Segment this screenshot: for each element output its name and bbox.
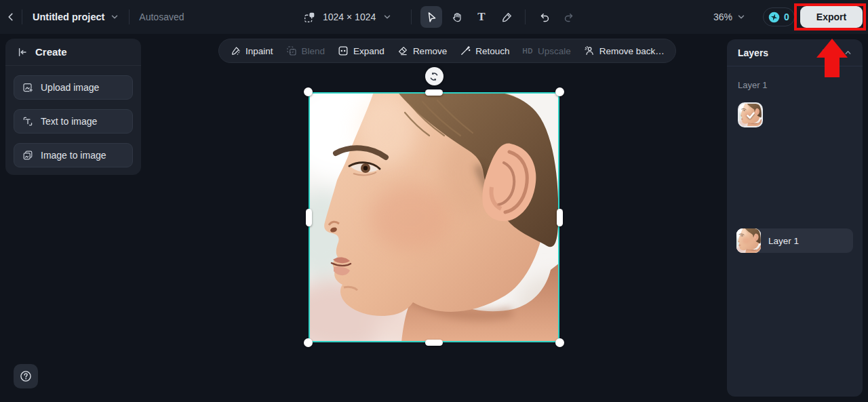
- resize-handle-bottom[interactable]: [425, 340, 443, 346]
- chevron-down-icon: [111, 13, 119, 21]
- upload-image-label: Upload image: [41, 82, 99, 93]
- zoom-level-selector[interactable]: 36%: [713, 12, 745, 22]
- divider: [129, 9, 130, 24]
- expand-icon: [338, 45, 349, 56]
- redo-icon: [564, 12, 575, 23]
- ai-action-bar: Inpaint Blend Expand: [218, 39, 676, 63]
- redo-button[interactable]: [558, 6, 580, 28]
- remove-background-icon: [584, 45, 595, 56]
- layer-thumbnail: [736, 228, 761, 253]
- text-tool-button[interactable]: T: [471, 6, 492, 28]
- hand-tool-button[interactable]: [446, 6, 467, 28]
- undo-button[interactable]: [533, 6, 555, 28]
- canvas-size-selector[interactable]: 1024 × 1024: [304, 0, 391, 34]
- resize-handle-bottom-left[interactable]: [304, 338, 313, 347]
- remove-button[interactable]: Remove: [397, 45, 447, 56]
- resize-handle-bottom-right[interactable]: [555, 338, 564, 347]
- collapse-panel-icon[interactable]: [17, 47, 28, 58]
- rotate-icon: [429, 71, 439, 82]
- spark-icon: [768, 12, 780, 23]
- text-to-image-label: Text to image: [41, 116, 97, 127]
- zoom-level-value: 36%: [713, 12, 732, 22]
- remove-label: Remove: [413, 46, 447, 56]
- export-highlight-box: [794, 3, 866, 31]
- image-editor-app: Untitled project Autosaved 1024 × 1024: [0, 0, 868, 402]
- cursor-icon: [426, 12, 437, 23]
- chevron-down-icon: [737, 13, 745, 21]
- credits-badge[interactable]: 0: [763, 7, 795, 26]
- text-to-image-button[interactable]: Text to image: [14, 109, 133, 134]
- resize-canvas-icon: [304, 12, 315, 23]
- export-pointer-arrow-stem: [825, 57, 840, 77]
- image-to-image-icon: [22, 150, 33, 161]
- help-button[interactable]: [14, 364, 38, 388]
- retouch-button[interactable]: Retouch: [460, 45, 509, 56]
- resize-handle-top[interactable]: [425, 89, 443, 96]
- layer-list-item[interactable]: Layer 1: [736, 228, 853, 253]
- remove-background-label: Remove back…: [599, 46, 665, 56]
- retouch-wand-icon: [460, 45, 471, 56]
- project-name-menu[interactable]: Untitled project: [22, 0, 129, 34]
- image-to-image-button[interactable]: Image to image: [14, 143, 133, 167]
- tool-group: T: [407, 0, 580, 34]
- upscale-button[interactable]: HD Upscale: [522, 46, 570, 56]
- create-panel: Create Upload image: [5, 39, 141, 175]
- rotate-handle[interactable]: [425, 67, 443, 85]
- project-title: Untitled project: [33, 12, 104, 22]
- remove-background-button[interactable]: Remove back…: [584, 45, 665, 56]
- hd-icon: HD: [522, 47, 532, 55]
- blend-icon: [286, 45, 297, 56]
- resize-handle-top-right[interactable]: [555, 87, 564, 96]
- create-panel-title: Create: [35, 46, 67, 58]
- retouch-label: Retouch: [475, 46, 509, 56]
- credits-count: 0: [784, 12, 789, 22]
- chevron-left-icon: [5, 12, 16, 22]
- resize-handle-top-left[interactable]: [304, 87, 313, 96]
- select-tool-button[interactable]: [420, 6, 442, 28]
- hand-icon: [451, 12, 462, 23]
- expand-button[interactable]: Expand: [338, 45, 384, 56]
- layers-panel: Layers Hide Layer 1 Layer 1: [727, 39, 863, 397]
- inpaint-brush-icon: [230, 45, 241, 56]
- image-to-image-label: Image to image: [41, 150, 106, 161]
- resize-handle-left[interactable]: [306, 209, 312, 226]
- blend-label: Blend: [302, 46, 326, 56]
- undo-icon: [538, 12, 550, 23]
- layer-name: Layer 1: [768, 236, 799, 246]
- resize-handle-right[interactable]: [557, 209, 563, 226]
- inpaint-button[interactable]: Inpaint: [230, 45, 273, 56]
- divider: [411, 9, 412, 24]
- top-bar: Untitled project Autosaved 1024 × 1024: [0, 0, 868, 34]
- canvas-size-value: 1024 × 1024: [323, 12, 376, 22]
- upscale-label: Upscale: [538, 46, 571, 56]
- chevron-down-icon: [383, 13, 391, 21]
- autosave-status: Autosaved: [139, 12, 184, 22]
- canvas-image[interactable]: [309, 92, 559, 342]
- back-button[interactable]: [0, 6, 22, 28]
- inpaint-label: Inpaint: [245, 46, 273, 56]
- question-icon: [20, 370, 32, 382]
- export-pointer-arrow: [816, 39, 848, 58]
- upload-image-button[interactable]: Upload image: [14, 75, 133, 100]
- brush-icon: [501, 12, 513, 23]
- check-icon: [739, 104, 762, 126]
- text-to-image-icon: [22, 116, 33, 127]
- eraser-icon: [397, 45, 408, 56]
- layers-panel-title: Layers: [738, 47, 768, 58]
- expand-label: Expand: [353, 46, 384, 56]
- brush-tool-button[interactable]: [496, 6, 517, 28]
- portrait-image: [309, 92, 559, 342]
- upload-image-icon: [22, 82, 33, 93]
- selected-layer-thumbnail[interactable]: [738, 102, 763, 127]
- divider: [525, 9, 526, 24]
- blend-button[interactable]: Blend: [286, 45, 326, 56]
- text-tool-icon: T: [477, 10, 485, 24]
- layer-group-label: Layer 1: [738, 80, 767, 90]
